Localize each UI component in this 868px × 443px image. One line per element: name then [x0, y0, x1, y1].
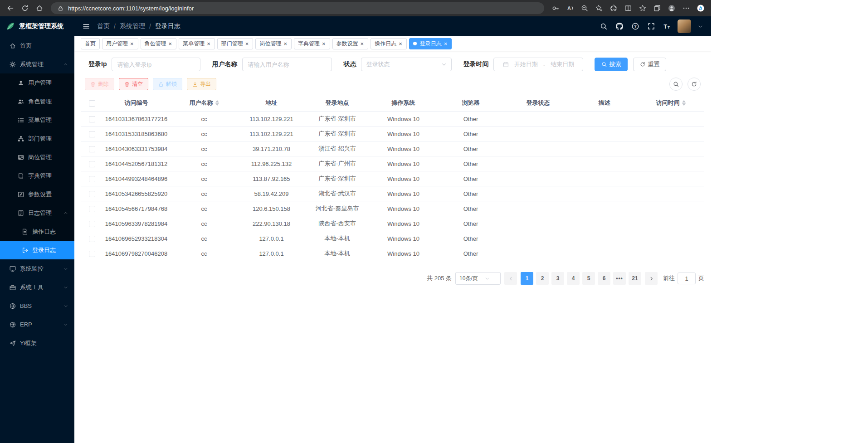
row-checkbox[interactable] — [89, 131, 95, 137]
favorites-icon[interactable] — [636, 1, 649, 15]
close-icon[interactable]: × — [398, 41, 403, 47]
search-icon[interactable] — [600, 23, 607, 30]
login-ip-input[interactable] — [112, 58, 200, 71]
sidebar-item-login-log[interactable]: 登录日志 — [0, 241, 74, 259]
prev-page-button[interactable] — [504, 272, 517, 285]
row-checkbox[interactable] — [89, 116, 95, 122]
hamburger-icon[interactable] — [83, 23, 90, 30]
sidebar-item-dict-management[interactable]: 字典管理 — [0, 166, 74, 185]
bing-icon[interactable]: b — [694, 1, 707, 15]
search-button[interactable]: 搜索 — [595, 58, 628, 71]
select-all-checkbox[interactable] — [89, 100, 95, 107]
more-icon[interactable] — [679, 1, 693, 15]
tab-param-settings[interactable]: 参数设置× — [332, 38, 369, 49]
sidebar-item-user-management[interactable]: 用户管理 — [0, 73, 74, 92]
sidebar-item-log-management[interactable]: 日志管理 — [0, 204, 74, 222]
row-checkbox[interactable] — [89, 221, 95, 227]
reset-button[interactable]: 重置 — [633, 58, 666, 71]
sidebar-item-menu-management[interactable]: 菜单管理 — [0, 111, 74, 129]
row-checkbox[interactable] — [89, 176, 95, 182]
add-favorite-icon[interactable] — [592, 1, 606, 15]
sidebar-item-system-monitor[interactable]: 系统监控 — [0, 259, 74, 278]
sidebar-item-post-management[interactable]: 岗位管理 — [0, 148, 74, 166]
page-button-21[interactable]: 21 — [629, 272, 641, 285]
column-header-user[interactable]: 用户名称 — [170, 99, 239, 107]
page-button-3[interactable]: 3 — [551, 272, 564, 285]
sort-caret-icon[interactable] — [682, 100, 686, 106]
refresh-icon[interactable] — [18, 1, 32, 15]
page-size-select[interactable]: 10条/页 — [455, 272, 501, 285]
page-button-4[interactable]: 4 — [567, 272, 580, 285]
clear-button[interactable]: 清空 — [119, 78, 148, 90]
tab-dept-management[interactable]: 部门管理× — [217, 38, 254, 49]
page-button-2[interactable]: 2 — [536, 272, 549, 285]
address-bar[interactable]: https://ccnetcore.com:1101/system/log/lo… — [51, 2, 544, 14]
toggle-search-button[interactable] — [669, 78, 683, 91]
breadcrumb-item[interactable]: 首页 — [97, 22, 110, 30]
next-page-button[interactable] — [645, 272, 658, 285]
page-button-5[interactable]: 5 — [582, 272, 595, 285]
delete-button[interactable]: 删除 — [85, 78, 114, 90]
row-checkbox[interactable] — [89, 236, 95, 242]
date-range-picker[interactable]: 开始日期 - 结束日期 — [493, 58, 583, 71]
extensions-icon[interactable] — [607, 1, 620, 15]
row-checkbox[interactable] — [89, 206, 95, 212]
row-checkbox[interactable] — [89, 161, 95, 167]
sidebar-item-role-management[interactable]: 角色管理 — [0, 92, 74, 111]
close-icon[interactable]: × — [168, 41, 173, 47]
row-checkbox[interactable] — [89, 146, 95, 152]
close-icon[interactable]: × — [245, 41, 249, 47]
zoom-out-icon[interactable] — [578, 1, 591, 15]
export-button[interactable]: 导出 — [187, 78, 216, 90]
github-icon[interactable] — [616, 23, 623, 30]
close-icon[interactable]: × — [444, 41, 448, 47]
page-button-6[interactable]: 6 — [598, 272, 610, 285]
tab-operation-log[interactable]: 操作日志× — [371, 38, 407, 49]
tab-login-log[interactable]: 登录日志× — [409, 38, 452, 49]
column-header-time[interactable]: 访问时间 — [637, 99, 704, 107]
profile-icon[interactable] — [665, 1, 678, 15]
sidebar-item-erp[interactable]: ERP — [0, 315, 74, 334]
close-icon[interactable]: × — [322, 41, 326, 47]
close-icon[interactable]: × — [206, 41, 211, 47]
key-icon[interactable] — [549, 1, 562, 15]
breadcrumb-item[interactable]: 系统管理 — [120, 22, 145, 30]
close-icon[interactable]: × — [283, 41, 288, 47]
close-icon[interactable]: × — [360, 41, 365, 47]
row-checkbox[interactable] — [89, 251, 95, 257]
collections-icon[interactable] — [650, 1, 664, 15]
read-aloud-icon[interactable]: A — [563, 1, 577, 15]
question-icon[interactable]: ? — [632, 23, 639, 30]
fullscreen-icon[interactable] — [648, 23, 655, 30]
tab-user-management[interactable]: 用户管理× — [102, 38, 138, 49]
sidebar-item-operation-log[interactable]: 操作日志 — [0, 222, 74, 241]
sidebar-item-bbs[interactable]: BBS — [0, 297, 74, 315]
sidebar-item-system-management[interactable]: 系统管理 — [0, 55, 74, 73]
sidebar-item-system-tools[interactable]: 系统工具 — [0, 278, 74, 297]
sidebar-item-dept-management[interactable]: 部门管理 — [0, 129, 74, 148]
unlock-button[interactable]: 解锁 — [153, 78, 182, 90]
sidebar-item-param-settings[interactable]: 参数设置 — [0, 185, 74, 204]
user-name-input[interactable] — [242, 58, 332, 71]
page-button-1[interactable]: 1 — [521, 272, 533, 285]
sidebar-item-yi-framework[interactable]: Yi框架 — [0, 334, 74, 352]
close-icon[interactable]: × — [130, 41, 134, 47]
tab-role-management[interactable]: 角色管理× — [141, 38, 177, 49]
refresh-table-button[interactable] — [688, 78, 701, 91]
tab-menu-management[interactable]: 菜单管理× — [179, 38, 215, 49]
status-select[interactable]: 登录状态 — [361, 58, 452, 71]
sidebar-item-home[interactable]: 首页 — [0, 36, 74, 55]
lock-icon[interactable] — [56, 4, 64, 12]
tab-post-management[interactable]: 岗位管理× — [255, 38, 292, 49]
sort-caret-icon[interactable] — [215, 100, 219, 106]
home-icon[interactable] — [33, 1, 46, 15]
fontsize-icon[interactable]: TT — [663, 23, 671, 30]
page-jump-input[interactable] — [678, 273, 696, 284]
back-icon[interactable] — [4, 1, 17, 15]
tab-dict-management[interactable]: 字典管理× — [294, 38, 330, 49]
page-more-button[interactable]: ••• — [613, 272, 626, 285]
row-checkbox[interactable] — [89, 191, 95, 197]
tab-home[interactable]: 首页 — [81, 38, 100, 49]
avatar[interactable] — [678, 19, 691, 33]
split-screen-icon[interactable] — [621, 1, 635, 15]
